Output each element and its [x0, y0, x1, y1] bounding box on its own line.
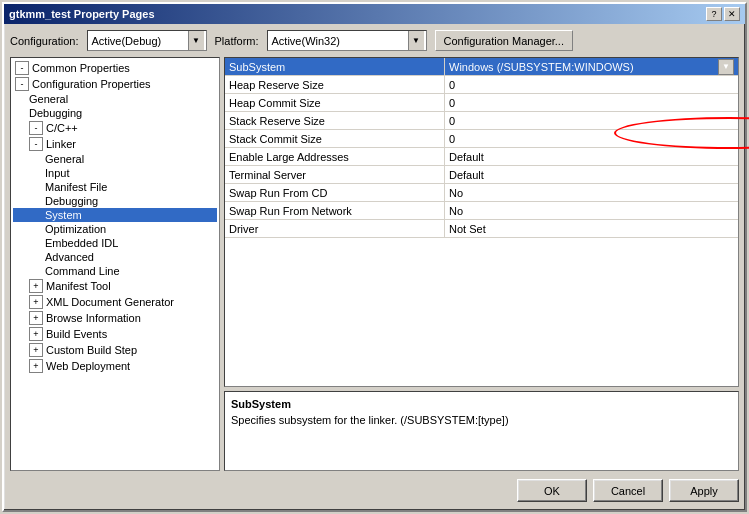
prop-row-heap-reserve[interactable]: Heap Reserve Size 0 — [225, 76, 738, 94]
expand-browse-info[interactable]: + — [29, 311, 43, 325]
tree-item-debugging[interactable]: Debugging — [13, 106, 217, 120]
prop-value-stack-reserve: 0 — [445, 112, 738, 129]
tree-item-browse-info[interactable]: + Browse Information — [13, 310, 217, 326]
config-manager-button[interactable]: Configuration Manager... — [435, 30, 573, 51]
prop-row-heap-commit[interactable]: Heap Commit Size 0 — [225, 94, 738, 112]
expand-build-events[interactable]: + — [29, 327, 43, 341]
config-dropdown[interactable]: Active(Debug) ▼ — [87, 30, 207, 51]
tree-item-config-props[interactable]: - Configuration Properties — [13, 76, 217, 92]
expand-linker[interactable]: - — [29, 137, 43, 151]
prop-value-driver: Not Set — [445, 220, 738, 237]
properties-grid: SubSystem Windows (/SUBSYSTEM:WINDOWS) ▼… — [224, 57, 739, 387]
platform-label: Platform: — [215, 35, 259, 47]
prop-name-swap-net: Swap Run From Network — [225, 202, 445, 219]
prop-name-swap-cd: Swap Run From CD — [225, 184, 445, 201]
subsystem-dropdown-btn[interactable]: ▼ — [718, 59, 734, 75]
tree-item-embedded-idl[interactable]: Embedded IDL — [13, 236, 217, 250]
prop-row-swap-cd[interactable]: Swap Run From CD No — [225, 184, 738, 202]
tree-item-linker[interactable]: - Linker — [13, 136, 217, 152]
prop-value-large-addr: Default — [445, 148, 738, 165]
tree-item-debugging2[interactable]: Debugging — [13, 194, 217, 208]
prop-value-heap-reserve: 0 — [445, 76, 738, 93]
prop-row-stack-reserve[interactable]: Stack Reserve Size 0 — [225, 112, 738, 130]
tree-item-input[interactable]: Input — [13, 166, 217, 180]
prop-value-terminal-server: Default — [445, 166, 738, 183]
tree-item-linker-general[interactable]: General — [13, 152, 217, 166]
right-panel: SubSystem Windows (/SUBSYSTEM:WINDOWS) ▼… — [224, 57, 739, 471]
close-button[interactable]: ✕ — [724, 7, 740, 21]
prop-name-large-addr: Enable Large Addresses — [225, 148, 445, 165]
cancel-button[interactable]: Cancel — [593, 479, 663, 502]
tree-item-label: Manifest Tool — [46, 280, 111, 292]
tree-item-custom-build[interactable]: + Custom Build Step — [13, 342, 217, 358]
main-window: gtkmm_test Property Pages ? ✕ Configurat… — [2, 2, 747, 512]
tree-item-label: Input — [45, 167, 69, 179]
tree-item-label: Debugging — [29, 107, 82, 119]
tree-item-general[interactable]: General — [13, 92, 217, 106]
tree-item-label: Configuration Properties — [32, 78, 151, 90]
tree-item-label: Embedded IDL — [45, 237, 118, 249]
tree-item-label: Advanced — [45, 251, 94, 263]
platform-dropdown-arrow[interactable]: ▼ — [408, 31, 424, 50]
expand-common-props[interactable]: - — [15, 61, 29, 75]
prop-row-swap-net[interactable]: Swap Run From Network No — [225, 202, 738, 220]
prop-row-subsystem[interactable]: SubSystem Windows (/SUBSYSTEM:WINDOWS) ▼ — [225, 58, 738, 76]
tree-item-cpp[interactable]: - C/C++ — [13, 120, 217, 136]
tree-item-label: Web Deployment — [46, 360, 130, 372]
tree-item-common-props[interactable]: - Common Properties — [13, 60, 217, 76]
tree-panel: - Common Properties - Configuration Prop… — [10, 57, 220, 471]
title-bar-buttons: ? ✕ — [706, 7, 740, 21]
prop-value-swap-cd: No — [445, 184, 738, 201]
platform-dropdown-value: Active(Win32) — [270, 35, 408, 47]
tree-item-build-events[interactable]: + Build Events — [13, 326, 217, 342]
expand-custom-build[interactable]: + — [29, 343, 43, 357]
help-button[interactable]: ? — [706, 7, 722, 21]
tree-item-xml-doc-gen[interactable]: + XML Document Generator — [13, 294, 217, 310]
config-row: Configuration: Active(Debug) ▼ Platform:… — [10, 30, 739, 51]
title-bar: gtkmm_test Property Pages ? ✕ — [4, 4, 745, 24]
prop-value-heap-commit: 0 — [445, 94, 738, 111]
bottom-buttons: OK Cancel Apply — [10, 477, 739, 504]
prop-row-terminal-server[interactable]: Terminal Server Default — [225, 166, 738, 184]
prop-value-subsystem[interactable]: Windows (/SUBSYSTEM:WINDOWS) ▼ — [445, 58, 738, 75]
tree-item-label: Custom Build Step — [46, 344, 137, 356]
tree-item-system[interactable]: System — [13, 208, 217, 222]
tree-item-manifest-tool[interactable]: + Manifest Tool — [13, 278, 217, 294]
expand-web-deploy[interactable]: + — [29, 359, 43, 373]
tree-item-label: Manifest File — [45, 181, 107, 193]
platform-dropdown[interactable]: Active(Win32) ▼ — [267, 30, 427, 51]
tree-item-manifest-file[interactable]: Manifest File — [13, 180, 217, 194]
subsystem-dropdown[interactable]: Windows (/SUBSYSTEM:WINDOWS) ▼ — [449, 59, 734, 75]
tree-item-label: Browse Information — [46, 312, 141, 324]
tree-item-label: Optimization — [45, 223, 106, 235]
config-label: Configuration: — [10, 35, 79, 47]
prop-row-stack-commit[interactable]: Stack Commit Size 0 — [225, 130, 738, 148]
tree-item-advanced[interactable]: Advanced — [13, 250, 217, 264]
expand-manifest-tool[interactable]: + — [29, 279, 43, 293]
expand-xml-doc[interactable]: + — [29, 295, 43, 309]
config-dropdown-value: Active(Debug) — [90, 35, 188, 47]
tree-item-label: XML Document Generator — [46, 296, 174, 308]
expand-config-props[interactable]: - — [15, 77, 29, 91]
config-dropdown-arrow[interactable]: ▼ — [188, 31, 204, 50]
subsystem-value: Windows (/SUBSYSTEM:WINDOWS) — [449, 61, 718, 73]
tree-item-command-line[interactable]: Command Line — [13, 264, 217, 278]
description-title: SubSystem — [231, 398, 732, 410]
tree-item-web-deploy[interactable]: + Web Deployment — [13, 358, 217, 374]
prop-value-swap-net: No — [445, 202, 738, 219]
tree-item-label: Debugging — [45, 195, 98, 207]
ok-button[interactable]: OK — [517, 479, 587, 502]
tree-item-label: Build Events — [46, 328, 107, 340]
tree-item-label: Common Properties — [32, 62, 130, 74]
tree-item-optimization[interactable]: Optimization — [13, 222, 217, 236]
prop-name-stack-reserve: Stack Reserve Size — [225, 112, 445, 129]
apply-button[interactable]: Apply — [669, 479, 739, 502]
window-content: Configuration: Active(Debug) ▼ Platform:… — [4, 24, 745, 510]
prop-row-driver[interactable]: Driver Not Set — [225, 220, 738, 238]
expand-cpp[interactable]: - — [29, 121, 43, 135]
prop-name-stack-commit: Stack Commit Size — [225, 130, 445, 147]
main-area: - Common Properties - Configuration Prop… — [10, 57, 739, 471]
prop-name-subsystem: SubSystem — [225, 58, 445, 75]
prop-row-large-addr[interactable]: Enable Large Addresses Default — [225, 148, 738, 166]
tree-item-label: System — [45, 209, 82, 221]
